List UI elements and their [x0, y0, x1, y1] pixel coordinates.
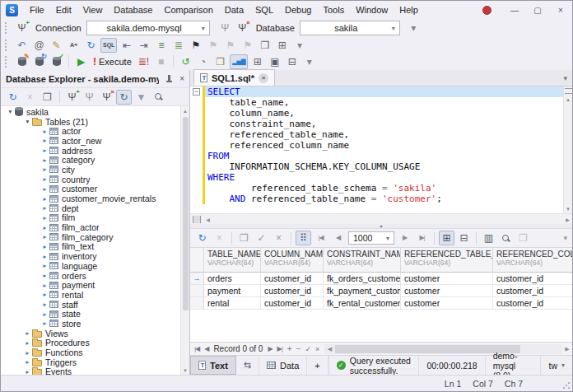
- refresh-code-button[interactable]: ↻: [83, 38, 99, 53]
- scrollbar-thumb[interactable]: [183, 117, 189, 310]
- tree-item-inventory[interactable]: ▸inventory: [1, 251, 180, 261]
- tree-item-events[interactable]: ▸Events: [1, 367, 180, 375]
- tree-item-language[interactable]: ▸language: [1, 261, 180, 271]
- expand-arrow-icon[interactable]: ▸: [40, 301, 49, 308]
- history-button[interactable]: ↺: [178, 54, 193, 69]
- find-in-grid-button[interactable]: [498, 231, 514, 245]
- tree-item-address[interactable]: ▸address: [1, 146, 180, 156]
- table-cell[interactable]: fk_rental_customer: [324, 297, 401, 310]
- table-cell[interactable]: customer: [401, 297, 493, 310]
- table-cell[interactable]: orders: [204, 273, 261, 285]
- expand-arrow-icon[interactable]: ▸: [23, 329, 32, 337]
- expand-arrow-icon[interactable]: ▸: [40, 224, 49, 231]
- table-cell[interactable]: fk_orders_customer_id: [324, 273, 401, 285]
- delete-record-button[interactable]: −: [294, 344, 303, 353]
- exec-overflow-button[interactable]: ▾: [301, 54, 317, 69]
- table-cell[interactable]: rental: [204, 297, 261, 310]
- expand-arrow-icon[interactable]: ▸: [40, 166, 49, 173]
- tree-item-film-category[interactable]: ▸film_category: [1, 232, 180, 242]
- toolbar-grip[interactable]: [5, 22, 9, 34]
- expand-arrow-icon[interactable]: ▸: [40, 272, 49, 279]
- encoding-dropdown[interactable]: tw ▾: [540, 356, 572, 375]
- comment-lines-button[interactable]: ≡: [153, 38, 169, 53]
- column-header-referenced_column_name[interactable]: REFERENCED_COLUMN_NAMEVARCHAR(64): [493, 248, 572, 273]
- tree-item-customer[interactable]: ▸customer: [1, 184, 180, 194]
- tree-item-category[interactable]: ▸category: [1, 155, 180, 165]
- column-header-column_name[interactable]: COLUMN_NAMEVARCHAR(64): [261, 248, 324, 273]
- post-edit-button[interactable]: ✓: [303, 345, 314, 353]
- tree-item-orders[interactable]: ▸orders: [1, 271, 180, 281]
- column-visibility-button[interactable]: ▥: [481, 231, 496, 245]
- append-record-button[interactable]: +: [285, 344, 294, 353]
- database-select[interactable]: sakila ▾: [300, 21, 400, 35]
- expand-arrow-icon[interactable]: ▸: [23, 339, 32, 347]
- results-overflow-icon[interactable]: ▾: [563, 235, 567, 242]
- connection-select[interactable]: sakila.demo-mysql ▾: [86, 21, 210, 35]
- expand-arrow-icon[interactable]: ▸: [40, 262, 49, 269]
- editor-split-handle[interactable]: [565, 88, 572, 94]
- tree-scrollbar[interactable]: ▲ ▼: [180, 106, 189, 375]
- change-case-button[interactable]: A+: [66, 38, 82, 53]
- scroll-down-icon[interactable]: ▼: [181, 366, 190, 375]
- column-header-constraint_name[interactable]: CONSTRAINT_NAMEVARCHAR(64): [324, 248, 401, 273]
- first-record-button[interactable]: |◀: [192, 345, 202, 352]
- tree-item-film[interactable]: ▸film: [1, 213, 180, 223]
- scroll-left-icon[interactable]: ◀: [203, 215, 212, 224]
- table-cell[interactable]: customer_id: [261, 273, 324, 285]
- column-header-referenced_table_name[interactable]: REFERENCED_TABLE_NAMEVARCHAR(64): [401, 248, 493, 273]
- expand-arrow-icon[interactable]: ▸: [40, 282, 49, 289]
- menu-help[interactable]: Help: [394, 2, 424, 18]
- menu-debug[interactable]: Debug: [279, 2, 317, 18]
- page-size-select[interactable]: 1000 ▾: [348, 231, 394, 245]
- expand-arrow-icon[interactable]: ▸: [40, 291, 49, 298]
- table-row[interactable]: paymentcustomer_idfk_payment_customercus…: [190, 285, 572, 297]
- disconnect-button[interactable]: Ψ×: [99, 90, 114, 105]
- scroll-left-icon[interactable]: ◀: [324, 346, 334, 352]
- cancel-edit-button[interactable]: ×: [313, 345, 321, 353]
- toolbar-grip[interactable]: [5, 40, 9, 51]
- tab-data[interactable]: Data: [259, 356, 307, 375]
- expand-arrow-icon[interactable]: ▸: [40, 175, 49, 183]
- tree-item-triggers[interactable]: ▸Triggers: [1, 357, 180, 367]
- expand-arrow-icon[interactable]: ▸: [40, 320, 49, 327]
- expand-arrow-icon[interactable]: ▸: [40, 185, 49, 193]
- scroll-right-icon[interactable]: ▶: [562, 346, 572, 352]
- scroll-up-icon[interactable]: ▲: [564, 95, 573, 104]
- expand-arrow-icon[interactable]: ▸: [23, 349, 32, 357]
- expand-arrow-icon[interactable]: ▸: [40, 195, 49, 203]
- expand-arrow-icon[interactable]: ▸: [40, 310, 49, 318]
- table-cell[interactable]: customer_id: [493, 297, 572, 310]
- db-create-button[interactable]: ✎: [14, 54, 30, 69]
- tree-item-country[interactable]: ▸country: [1, 175, 180, 184]
- menu-data[interactable]: Data: [219, 2, 249, 18]
- maximize-button[interactable]: ▢: [526, 2, 549, 18]
- connection-overflow-button[interactable]: ▾: [406, 21, 422, 35]
- table-cell[interactable]: customer: [401, 285, 493, 297]
- tab-text[interactable]: Text: [190, 356, 236, 375]
- menu-comparison[interactable]: Comparison: [158, 2, 218, 18]
- tree-item-staff[interactable]: ▸staff: [1, 300, 180, 310]
- compare-windows-button[interactable]: ⊞: [274, 38, 290, 53]
- expand-arrow-icon[interactable]: ▸: [40, 147, 49, 154]
- next-page-button[interactable]: ▶: [397, 231, 412, 245]
- indent-increase-button[interactable]: ⇥: [136, 38, 151, 53]
- table-cell[interactable]: fk_payment_customer: [324, 285, 401, 297]
- menu-tools[interactable]: Tools: [317, 2, 350, 18]
- expand-arrow-icon[interactable]: ▸: [23, 358, 32, 366]
- profiler-button[interactable]: ◔: [195, 54, 211, 69]
- fold-toggle-icon[interactable]: −: [193, 88, 200, 96]
- card-view-button[interactable]: ⊟: [456, 231, 472, 245]
- prev-record-button[interactable]: ◀: [202, 345, 211, 352]
- refresh-explorer-button[interactable]: ↻: [5, 90, 21, 105]
- tree-item-payment[interactable]: ▸payment: [1, 280, 180, 290]
- uncomment-lines-button[interactable]: ≣: [170, 38, 186, 53]
- menu-sql[interactable]: SQL: [249, 2, 279, 18]
- add-view-button[interactable]: +: [307, 356, 328, 375]
- tree-item-actor[interactable]: ▸actor: [1, 126, 180, 136]
- table-row[interactable]: rentalcustomer_idfk_rental_customercusto…: [190, 297, 572, 310]
- db-validate-button[interactable]: ✓: [49, 54, 64, 69]
- expand-arrow-icon[interactable]: ▸: [40, 243, 49, 250]
- duplicate-object-button[interactable]: ❐: [40, 90, 55, 105]
- new-window-button[interactable]: ⊟: [284, 54, 300, 69]
- last-edit-location-button[interactable]: ↶: [14, 38, 30, 53]
